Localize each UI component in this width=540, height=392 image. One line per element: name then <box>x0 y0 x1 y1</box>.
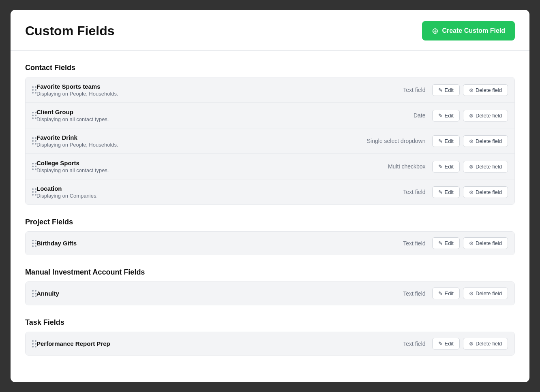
table-row: College SportsDisplaying on all contact … <box>26 154 514 179</box>
field-subtitle: Displaying on all contact types. <box>36 167 353 173</box>
field-subtitle: Displaying on People, Households. <box>36 91 353 97</box>
field-name: Location <box>36 185 353 192</box>
delete-label: Delete field <box>476 164 502 170</box>
edit-button[interactable]: ✎Edit <box>432 135 460 147</box>
page-title: Custom Fields <box>25 23 114 38</box>
edit-label: Edit <box>445 164 454 170</box>
field-actions: ✎Edit⊗Delete field <box>432 237 508 249</box>
section-manual-investment-fields: Manual Investment Account FieldsAnnuityT… <box>25 268 515 305</box>
table-row: AnnuityText field✎Edit⊗Delete field <box>26 282 514 305</box>
delete-field-button[interactable]: ⊗Delete field <box>463 161 508 173</box>
edit-button[interactable]: ✎Edit <box>432 186 460 198</box>
edit-icon: ✎ <box>438 189 443 195</box>
table-row: Performance Report PrepText field✎Edit⊗D… <box>26 332 514 355</box>
field-subtitle: Displaying on Companies. <box>36 193 353 199</box>
delete-field-button[interactable]: ⊗Delete field <box>463 110 508 121</box>
drag-handle-icon[interactable] <box>32 188 36 196</box>
delete-label: Delete field <box>476 240 502 246</box>
edit-icon: ✎ <box>438 87 443 93</box>
delete-icon: ⊗ <box>469 189 474 195</box>
delete-icon: ⊗ <box>469 341 474 347</box>
delete-label: Delete field <box>476 189 502 195</box>
delete-icon: ⊗ <box>469 240 474 246</box>
page-container: Custom Fields ⊕ Create Custom Field Cont… <box>11 10 529 382</box>
drag-handle-icon[interactable] <box>32 112 36 119</box>
section-project-fields: Project FieldsBirthday GiftsText field✎E… <box>25 218 515 255</box>
edit-button[interactable]: ✎Edit <box>432 237 460 249</box>
edit-label: Edit <box>445 240 454 246</box>
field-actions: ✎Edit⊗Delete field <box>432 186 508 198</box>
table-row: Client GroupDisplaying on all contact ty… <box>26 103 514 128</box>
table-row: Favorite Sports teamsDisplaying on Peopl… <box>26 77 514 103</box>
drag-handle-icon[interactable] <box>32 290 36 297</box>
edit-button[interactable]: ✎Edit <box>432 288 460 299</box>
field-actions: ✎Edit⊗Delete field <box>432 84 508 96</box>
field-type-label: Date <box>353 112 426 119</box>
delete-icon: ⊗ <box>469 138 474 144</box>
field-type-label: Text field <box>353 240 426 247</box>
delete-label: Delete field <box>476 87 502 93</box>
delete-field-button[interactable]: ⊗Delete field <box>463 84 508 96</box>
field-name: Favorite Drink <box>36 134 353 141</box>
delete-field-button[interactable]: ⊗Delete field <box>463 135 508 147</box>
delete-field-button[interactable]: ⊗Delete field <box>463 237 508 249</box>
edit-label: Edit <box>445 87 454 93</box>
field-info: Birthday Gifts <box>36 240 353 247</box>
delete-icon: ⊗ <box>469 290 474 296</box>
table-row: LocationDisplaying on Companies.Text fie… <box>26 179 514 205</box>
field-actions: ✎Edit⊗Delete field <box>432 338 508 349</box>
field-name: Favorite Sports teams <box>36 83 353 90</box>
fields-list-contact-fields: Favorite Sports teamsDisplaying on Peopl… <box>25 77 515 205</box>
drag-handle-icon[interactable] <box>32 86 36 94</box>
plus-icon: ⊕ <box>432 27 439 35</box>
table-row: Favorite DrinkDisplaying on People, Hous… <box>26 128 514 154</box>
field-type-label: Multi checkbox <box>353 163 426 170</box>
field-subtitle: Displaying on People, Households. <box>36 142 353 148</box>
field-name: Birthday Gifts <box>36 240 353 247</box>
edit-icon: ✎ <box>438 164 443 170</box>
field-actions: ✎Edit⊗Delete field <box>432 288 508 299</box>
field-actions: ✎Edit⊗Delete field <box>432 161 508 173</box>
edit-button[interactable]: ✎Edit <box>432 110 460 121</box>
field-name: College Sports <box>36 160 353 166</box>
field-subtitle: Displaying on all contact types. <box>36 116 353 122</box>
edit-label: Edit <box>445 290 454 296</box>
field-info: College SportsDisplaying on all contact … <box>36 160 353 173</box>
field-type-label: Text field <box>353 290 426 297</box>
drag-handle-icon[interactable] <box>32 240 36 247</box>
edit-icon: ✎ <box>438 290 443 296</box>
fields-list-manual-investment-fields: AnnuityText field✎Edit⊗Delete field <box>25 281 515 305</box>
drag-handle-icon[interactable] <box>32 340 36 347</box>
fields-list-project-fields: Birthday GiftsText field✎Edit⊗Delete fie… <box>25 231 515 255</box>
edit-label: Edit <box>445 341 454 347</box>
field-type-label: Text field <box>353 341 426 347</box>
field-type-label: Single select dropdown <box>353 138 426 144</box>
section-title-project-fields: Project Fields <box>25 218 515 226</box>
edit-icon: ✎ <box>438 138 443 144</box>
delete-label: Delete field <box>476 290 502 296</box>
delete-icon: ⊗ <box>469 113 474 119</box>
edit-button[interactable]: ✎Edit <box>432 161 460 173</box>
create-button-label: Create Custom Field <box>442 27 505 34</box>
field-info: Annuity <box>36 290 353 297</box>
drag-handle-icon[interactable] <box>32 137 36 145</box>
edit-label: Edit <box>445 138 454 144</box>
delete-icon: ⊗ <box>469 164 474 170</box>
field-info: Favorite DrinkDisplaying on People, Hous… <box>36 134 353 148</box>
field-actions: ✎Edit⊗Delete field <box>432 110 508 121</box>
page-header: Custom Fields ⊕ Create Custom Field <box>11 10 529 51</box>
drag-handle-icon[interactable] <box>32 163 36 170</box>
field-actions: ✎Edit⊗Delete field <box>432 135 508 147</box>
delete-label: Delete field <box>476 138 502 144</box>
delete-field-button[interactable]: ⊗Delete field <box>463 338 508 349</box>
create-custom-field-button[interactable]: ⊕ Create Custom Field <box>422 21 515 40</box>
edit-button[interactable]: ✎Edit <box>432 338 460 349</box>
edit-icon: ✎ <box>438 341 443 347</box>
delete-label: Delete field <box>476 113 502 119</box>
delete-field-button[interactable]: ⊗Delete field <box>463 186 508 198</box>
content-area: Contact FieldsFavorite Sports teamsDispl… <box>11 51 529 381</box>
delete-field-button[interactable]: ⊗Delete field <box>463 288 508 299</box>
section-contact-fields: Contact FieldsFavorite Sports teamsDispl… <box>25 64 515 205</box>
edit-button[interactable]: ✎Edit <box>432 84 460 96</box>
section-task-fields: Task FieldsPerformance Report PrepText f… <box>25 318 515 356</box>
